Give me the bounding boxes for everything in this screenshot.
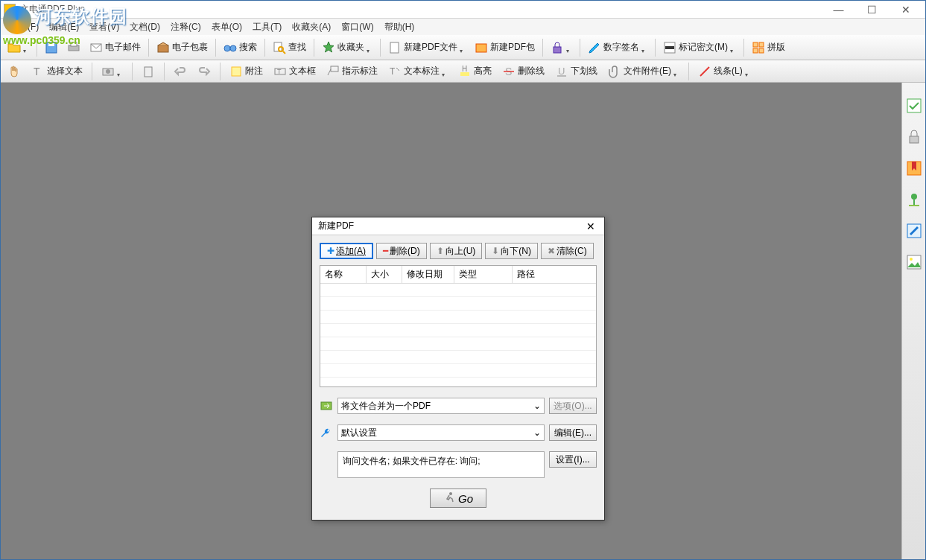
print-icon — [67, 41, 80, 54]
col-size[interactable]: 大小 — [367, 266, 402, 283]
delete-button[interactable]: ━删除(D) — [376, 243, 427, 259]
search-button[interactable]: 搜索 — [220, 39, 261, 57]
go-button[interactable]: Go — [430, 489, 486, 508]
svg-rect-16 — [753, 42, 758, 47]
table-body[interactable] — [320, 284, 596, 386]
highlight-button[interactable]: H高亮 — [454, 63, 495, 80]
textbox-icon: T — [273, 65, 287, 78]
sign-label: 数字签名 — [603, 41, 639, 54]
mail-icon — [89, 41, 103, 54]
svg-rect-24 — [232, 67, 241, 76]
svg-line-10 — [283, 51, 285, 54]
clear-button[interactable]: ✖清除(C) — [541, 243, 594, 259]
toolbar-secondary: T选择文本 附注 T文本框 指示标注 T文本标注 H高亮 S删除线 U下划线 文… — [1, 60, 925, 83]
svg-text:T: T — [34, 66, 40, 77]
edit-button[interactable]: 编辑(E)... — [549, 424, 597, 441]
side-bookmark-icon[interactable] — [906, 160, 922, 176]
snapshot-button[interactable] — [98, 63, 127, 80]
save-button[interactable] — [41, 39, 62, 57]
newpkg-label: 新建PDF包 — [490, 41, 535, 54]
package-button[interactable]: 电子包裹 — [153, 39, 212, 57]
menu-comment[interactable]: 注释(C) — [166, 19, 206, 35]
menubar: 文件(F) 编辑(E) 查看(V) 文档(D) 注释(C) 表单(O) 工具(T… — [1, 19, 925, 35]
selecttext-button[interactable]: T选择文本 — [28, 63, 86, 80]
col-type[interactable]: 类型 — [454, 266, 513, 283]
dropdown-icon — [442, 69, 448, 74]
menu-edit[interactable]: 编辑(E) — [45, 19, 83, 35]
attach-button[interactable]: 附注 — [226, 63, 267, 80]
side-pin-icon[interactable] — [906, 191, 922, 208]
menu-tools[interactable]: 工具(T) — [248, 19, 286, 35]
down-button[interactable]: ⬇向下(N) — [485, 243, 538, 259]
menu-window[interactable]: 窗口(W) — [337, 19, 378, 35]
options-button[interactable]: 选项(O)... — [549, 398, 597, 414]
menu-document[interactable]: 文档(D) — [125, 19, 165, 35]
svg-rect-1 — [48, 43, 54, 46]
table-row — [320, 351, 596, 364]
svg-rect-5 — [158, 45, 168, 52]
email-button[interactable]: 电子邮件 — [86, 39, 145, 57]
undo-icon — [174, 65, 187, 78]
table-row — [320, 337, 596, 351]
svg-rect-19 — [759, 48, 764, 53]
minimize-button[interactable]: — — [822, 1, 855, 18]
side-image-icon[interactable] — [906, 254, 922, 270]
col-name[interactable]: 名称 — [320, 266, 367, 283]
runner-icon — [443, 491, 455, 506]
callout-button[interactable]: 指示标注 — [323, 63, 381, 80]
clipboard-button[interactable] — [138, 63, 159, 80]
maximize-button[interactable]: ☐ — [855, 1, 889, 18]
app-title: 文电通PDF Plus — [20, 3, 822, 16]
col-path[interactable]: 路径 — [513, 266, 596, 283]
close-button[interactable]: ✕ — [889, 1, 922, 18]
dialog-body: ✚添加(A) ━删除(D) ⬆向上(U) ⬇向下(N) ✖清除(C) 名称 大小… — [312, 235, 604, 520]
mark-label: 标记密文(M) — [679, 41, 728, 54]
highlight-icon: H — [458, 65, 472, 78]
add-button[interactable]: ✚添加(A) — [320, 243, 373, 259]
menu-help[interactable]: 帮助(H) — [380, 19, 419, 35]
mark-button[interactable]: 标记密文(M) — [659, 39, 740, 57]
newpdf-button[interactable]: 新建PDF文件 — [384, 39, 469, 57]
layout-button[interactable]: 拼版 — [748, 39, 789, 57]
menu-form[interactable]: 表单(O) — [207, 19, 247, 35]
pen-icon — [588, 41, 601, 54]
newpkg-icon — [475, 41, 488, 54]
side-stamp-icon[interactable] — [906, 98, 922, 114]
col-date[interactable]: 修改日期 — [402, 266, 454, 283]
undo-button[interactable] — [170, 63, 191, 80]
print-button[interactable] — [63, 39, 84, 57]
find-button[interactable]: 查找 — [269, 39, 310, 57]
strike-button[interactable]: S删除线 — [498, 63, 548, 80]
menu-fav[interactable]: 收藏夹(A) — [288, 19, 335, 35]
layout-label: 拼版 — [767, 41, 785, 54]
star-icon — [322, 41, 335, 54]
newpkg-button[interactable]: 新建PDF包 — [471, 39, 539, 57]
lock-icon — [551, 41, 564, 54]
preset-select[interactable]: 默认设置⌄ — [337, 424, 545, 441]
dialog-close-button[interactable]: ✕ — [583, 219, 598, 234]
hand-button[interactable] — [4, 63, 25, 80]
line-button[interactable]: 线条(L) — [694, 63, 755, 80]
textbox-button[interactable]: T文本框 — [270, 63, 320, 80]
attach-label: 附注 — [245, 65, 263, 77]
find-label: 查找 — [288, 41, 306, 54]
side-lock-icon[interactable] — [906, 129, 922, 145]
table-row — [320, 324, 596, 337]
redo-button[interactable] — [194, 63, 215, 80]
side-edit-icon[interactable] — [906, 223, 922, 239]
sign-button[interactable]: 数字签名 — [584, 39, 651, 57]
secure-button[interactable] — [547, 39, 576, 57]
settings-button[interactable]: 设置(I)... — [549, 451, 597, 468]
up-button[interactable]: ⬆向上(U) — [430, 243, 483, 259]
underline-button[interactable]: U下划线 — [551, 63, 601, 80]
textmark-button[interactable]: T文本标注 — [384, 63, 451, 80]
menu-file[interactable]: 文件(F) — [5, 19, 43, 35]
merge-select[interactable]: 将文件合并为一个PDF⌄ — [337, 398, 545, 414]
wrench-icon — [320, 426, 333, 439]
open-button[interactable] — [4, 39, 33, 57]
fileattach-button[interactable]: 文件附件(E) — [604, 63, 683, 80]
svg-point-46 — [449, 492, 452, 495]
favorites-button[interactable]: 收藏夹 — [318, 39, 376, 57]
svg-point-7 — [230, 45, 236, 51]
menu-view[interactable]: 查看(V) — [85, 19, 124, 35]
